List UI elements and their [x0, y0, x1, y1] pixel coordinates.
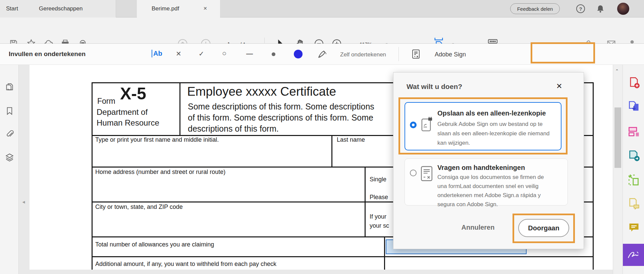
option-readonly-description: Gebruik Adobe Sign om uw bestand op te s…	[437, 120, 553, 148]
form-word: Form	[97, 97, 115, 106]
attachments-icon[interactable]	[5, 129, 14, 138]
vertical-scrollbar[interactable]	[613, 65, 623, 274]
bookmarks-icon[interactable]	[5, 106, 14, 116]
dialog-title: Wat wilt u doen?	[407, 83, 462, 91]
acrobat-window: Start Gereedschappen Berime.pdf ✕ Feedba…	[0, 0, 644, 274]
form-label-last-name: Last name	[337, 136, 365, 143]
layers-icon[interactable]	[5, 153, 14, 162]
edit-pdf-icon[interactable]	[628, 126, 640, 138]
form-label-allowances: Total number of allowances you are claim…	[95, 241, 214, 248]
share-feedback-label: Feedback delen	[517, 6, 553, 12]
scrollbar-thumb[interactable]	[614, 107, 621, 168]
scroll-up-icon[interactable]: ⌃	[615, 68, 619, 74]
create-pdf-icon[interactable]	[628, 77, 640, 89]
form-description-line: descriptions of this form.	[188, 124, 279, 134]
form-label-home-address: Home address (number and street or rural…	[95, 169, 225, 176]
send-for-signature-icon[interactable]	[628, 149, 640, 162]
page-thumbnails-icon[interactable]	[5, 82, 14, 91]
form-description-line: Some descriptions of this form. Some des…	[188, 102, 374, 111]
continue-button[interactable]: Doorgaan	[518, 219, 569, 237]
adobe-sign-icon[interactable]	[411, 49, 421, 59]
dot-annotation-icon[interactable]	[272, 52, 275, 56]
document-tab[interactable]: Berime.pdf ✕	[137, 0, 220, 18]
form-department-line1: Department of	[97, 107, 148, 117]
user-avatar[interactable]	[617, 3, 629, 15]
form-border	[365, 167, 366, 237]
tab-bar: Start Gereedschappen Berime.pdf ✕ Feedba…	[0, 0, 644, 17]
review-icon[interactable]	[628, 197, 640, 210]
form-border	[331, 135, 332, 168]
form-department-line2: Human Resource	[97, 118, 159, 128]
tools-panel	[623, 65, 644, 274]
adobe-sign-label[interactable]: Adobe Sign	[435, 51, 466, 58]
form-label-if-your: If your	[370, 213, 386, 220]
form-label-single: Single	[370, 176, 386, 183]
collapse-pane-icon[interactable]: ◄	[21, 199, 26, 204]
tab-start[interactable]: Start	[6, 5, 18, 12]
cancel-button[interactable]: Annuleren	[456, 224, 500, 231]
comment-icon[interactable]	[628, 221, 640, 233]
form-border	[179, 82, 180, 136]
form-label-please: Please	[370, 194, 388, 201]
notifications-bell-icon[interactable]	[596, 4, 605, 13]
form-border	[92, 256, 594, 257]
form-label-first-name: Type or print your first name and middle…	[95, 136, 219, 143]
form-description-line: of this form. Some descriptions of this …	[188, 113, 373, 123]
line-annotation-icon[interactable]: —	[246, 50, 253, 57]
export-pdf-icon[interactable]	[628, 100, 640, 112]
readonly-document-lock-icon	[421, 117, 433, 133]
radio-request-signatures[interactable]	[410, 170, 417, 176]
fill-sign-title: Invullen en ondertekenen	[9, 50, 86, 58]
tab-close-icon[interactable]: ✕	[203, 6, 207, 11]
fill-sign-divider	[398, 47, 399, 61]
form-number: X-5	[120, 84, 146, 103]
crop-pages-icon[interactable]	[628, 174, 640, 186]
signature-document-icon	[420, 165, 433, 182]
main-toolbar: / 1 117% ▾ ▾	[0, 17, 644, 44]
form-label-city: City or town, state, and ZIP code	[95, 203, 183, 211]
option-signatures-title: Vragen om handtekeningen	[437, 164, 525, 172]
radio-save-readonly[interactable]	[410, 122, 417, 128]
navigation-pane	[0, 65, 19, 274]
share-feedback-button[interactable]: Feedback delen	[510, 3, 560, 14]
add-text-tool-icon[interactable]: Ab	[152, 50, 162, 57]
color-swatch-icon[interactable]	[294, 50, 303, 58]
form-title: Employee xxxxx Certificate	[187, 85, 336, 99]
form-border	[384, 236, 385, 270]
tab-tools[interactable]: Gereedschappen	[39, 5, 83, 12]
form-border	[92, 82, 93, 270]
option-signatures-description: Consiga que los documentos se firmen de …	[437, 173, 555, 209]
form-label-additional-amount: Additional amount, if any, you want to w…	[95, 261, 276, 268]
fill-and-sign-active-icon[interactable]	[623, 244, 644, 266]
document-tab-label: Berime.pdf	[152, 5, 179, 12]
sign-pen-icon[interactable]	[317, 48, 328, 59]
cross-annotation-icon[interactable]: ✕	[176, 50, 181, 58]
help-icon[interactable]: ?	[576, 4, 585, 13]
option-readonly-title: Opslaan als een alleen-lezenkopie	[437, 109, 546, 117]
check-annotation-icon[interactable]: ✓	[199, 50, 204, 58]
form-border	[593, 82, 594, 270]
dialog-close-icon[interactable]: ✕	[556, 82, 562, 91]
circle-annotation-icon[interactable]: ○	[222, 49, 226, 58]
self-sign-label[interactable]: Zelf ondertekenen	[340, 51, 386, 58]
form-label-your-sc: your sc	[370, 222, 389, 229]
